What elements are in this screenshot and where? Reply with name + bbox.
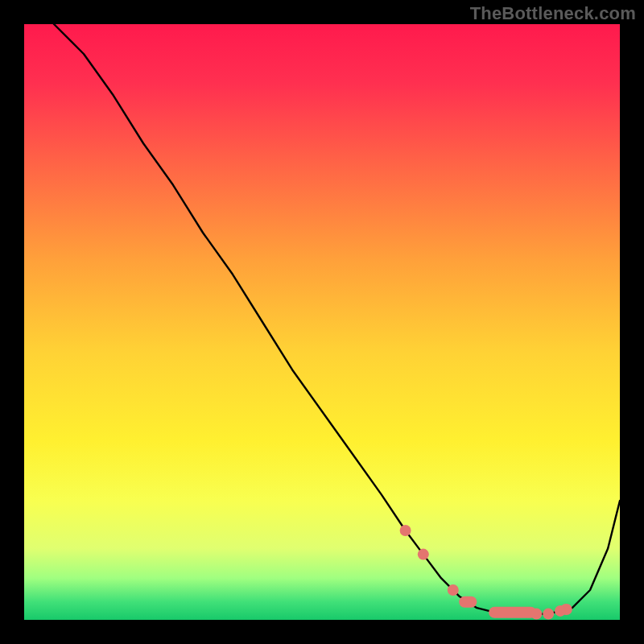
plot-area	[24, 24, 620, 620]
highlight-dot	[418, 549, 429, 560]
highlight-capsule	[489, 607, 536, 618]
highlight-capsule	[459, 597, 477, 608]
highlight-dot	[530, 609, 542, 620]
watermark-text: TheBottleneck.com	[470, 3, 636, 24]
highlight-dot	[543, 609, 554, 620]
highlight-dot	[448, 584, 459, 596]
highlight-dot	[555, 605, 566, 617]
bottleneck-chart	[24, 24, 620, 620]
chart-frame: TheBottleneck.com	[0, 0, 644, 644]
highlight-dot	[400, 525, 411, 536]
